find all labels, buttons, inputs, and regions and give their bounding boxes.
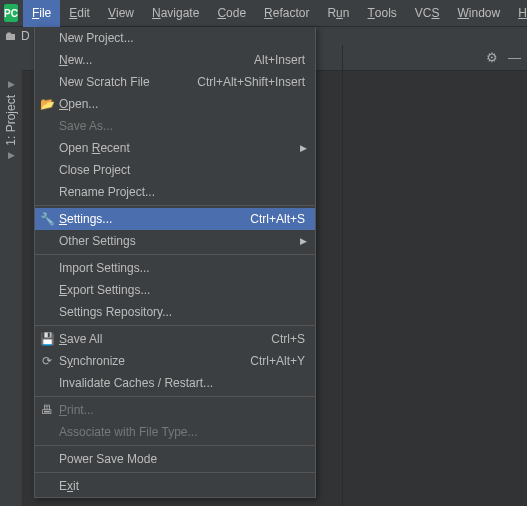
menu-separator <box>35 205 315 206</box>
open-icon: 📂 <box>39 97 55 111</box>
menu-item-settings[interactable]: 🔧Settings...Ctrl+Alt+S <box>35 208 315 230</box>
menu-item-open-recent[interactable]: Open Recent▶ <box>35 137 315 159</box>
menu-item-label: Power Save Mode <box>59 452 305 466</box>
menu-item-exit[interactable]: Exit <box>35 475 315 497</box>
menu-item-label: New Scratch File <box>59 75 187 89</box>
menu-item-print: 🖶Print... <box>35 399 315 421</box>
vertical-divider <box>342 45 343 506</box>
menu-item-shortcut: Ctrl+Alt+Shift+Insert <box>197 75 305 89</box>
menu-file[interactable]: File <box>23 0 60 27</box>
menu-tools[interactable]: Tools <box>358 0 405 27</box>
minimize-icon[interactable]: — <box>508 50 521 65</box>
menu-item-new-scratch-file[interactable]: New Scratch FileCtrl+Alt+Shift+Insert <box>35 71 315 93</box>
menu-item-new-project[interactable]: New Project... <box>35 27 315 49</box>
breadcrumb-text: D <box>21 29 30 43</box>
menu-item-shortcut: Alt+Insert <box>254 53 305 67</box>
menu-item-label: Synchronize <box>59 354 240 368</box>
menu-item-new[interactable]: New...Alt+Insert <box>35 49 315 71</box>
menu-item-shortcut: Ctrl+S <box>271 332 305 346</box>
menu-separator <box>35 254 315 255</box>
menu-item-label: Save As... <box>59 119 305 133</box>
menu-item-label: Other Settings <box>59 234 305 248</box>
menu-separator <box>35 396 315 397</box>
menu-run[interactable]: Run <box>318 0 358 27</box>
menu-code[interactable]: Code <box>208 0 255 27</box>
folder-icon: 🖿 <box>5 29 17 43</box>
menu-separator <box>35 472 315 473</box>
menu-item-synchronize[interactable]: ⟳SynchronizeCtrl+Alt+Y <box>35 350 315 372</box>
menubar: PC FileEditViewNavigateCodeRefactorRunTo… <box>0 0 527 27</box>
menu-item-export-settings[interactable]: Export Settings... <box>35 279 315 301</box>
menu-item-power-save-mode[interactable]: Power Save Mode <box>35 448 315 470</box>
menu-item-label: New... <box>59 53 244 67</box>
print-icon: 🖶 <box>39 403 55 417</box>
menu-item-shortcut: Ctrl+Alt+S <box>250 212 305 226</box>
menu-item-settings-repository[interactable]: Settings Repository... <box>35 301 315 323</box>
project-tool-label[interactable]: 1: Project <box>4 95 18 146</box>
menu-item-close-project[interactable]: Close Project <box>35 159 315 181</box>
chevron-right-icon: ▶ <box>300 143 307 153</box>
menu-item-label: New Project... <box>59 31 305 45</box>
menu-item-associate-with-file-type: Associate with File Type... <box>35 421 315 443</box>
menu-edit[interactable]: Edit <box>60 0 99 27</box>
menu-help[interactable]: Help <box>509 0 527 27</box>
menu-item-label: Export Settings... <box>59 283 305 297</box>
collapse-icon: ▶ <box>8 79 15 89</box>
menu-view[interactable]: View <box>99 0 143 27</box>
side-tool-bar[interactable]: ▶ 1: Project ▶ <box>0 45 22 506</box>
menu-separator <box>35 325 315 326</box>
chevron-right-icon: ▶ <box>300 236 307 246</box>
menu-navigate[interactable]: Navigate <box>143 0 208 27</box>
menu-window[interactable]: Window <box>449 0 510 27</box>
gear-icon[interactable]: ⚙ <box>486 50 498 65</box>
menu-item-label: Rename Project... <box>59 185 305 199</box>
menu-item-label: Open Recent <box>59 141 305 155</box>
app-icon: PC <box>4 4 18 22</box>
menu-item-label: Open... <box>59 97 305 111</box>
file-menu-dropdown: New Project...New...Alt+InsertNew Scratc… <box>34 27 316 498</box>
menu-item-open[interactable]: 📂Open... <box>35 93 315 115</box>
menu-item-label: Settings... <box>59 212 240 226</box>
menu-item-rename-project[interactable]: Rename Project... <box>35 181 315 203</box>
menu-refactor[interactable]: Refactor <box>255 0 318 27</box>
save-icon: 💾 <box>39 332 55 346</box>
menu-item-invalidate-caches-restart[interactable]: Invalidate Caches / Restart... <box>35 372 315 394</box>
collapse-icon-2: ▶ <box>8 150 15 160</box>
menu-item-import-settings[interactable]: Import Settings... <box>35 257 315 279</box>
menu-item-label: Invalidate Caches / Restart... <box>59 376 305 390</box>
menu-item-label: Import Settings... <box>59 261 305 275</box>
menu-item-other-settings[interactable]: Other Settings▶ <box>35 230 315 252</box>
menu-item-save-all[interactable]: 💾Save AllCtrl+S <box>35 328 315 350</box>
menu-item-label: Associate with File Type... <box>59 425 305 439</box>
menu-item-label: Save All <box>59 332 261 346</box>
menu-separator <box>35 445 315 446</box>
settings-icon: 🔧 <box>39 212 55 226</box>
menu-item-label: Settings Repository... <box>59 305 305 319</box>
menu-item-label: Close Project <box>59 163 305 177</box>
menu-item-save-as: Save As... <box>35 115 315 137</box>
menu-item-label: Print... <box>59 403 305 417</box>
menu-item-label: Exit <box>59 479 305 493</box>
menu-vcs[interactable]: VCS <box>406 0 449 27</box>
sync-icon: ⟳ <box>39 354 55 368</box>
menu-item-shortcut: Ctrl+Alt+Y <box>250 354 305 368</box>
